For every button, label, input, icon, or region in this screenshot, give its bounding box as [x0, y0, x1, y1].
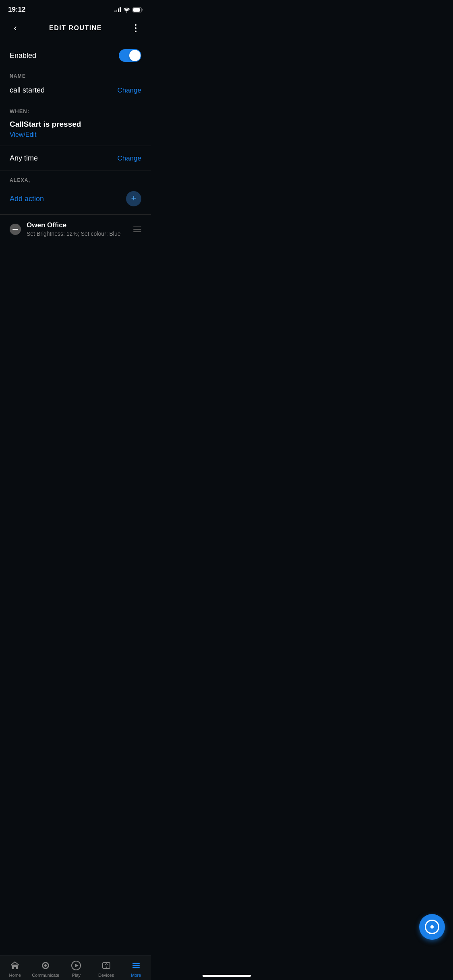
back-chevron-icon: ‹ — [14, 23, 17, 33]
minus-icon — [12, 229, 18, 230]
more-options-button[interactable] — [128, 21, 143, 35]
any-time-row: Any time Change — [10, 146, 141, 171]
main-content: Enabled NAME call started Change WHEN: C… — [0, 42, 151, 243]
table-row: Owen Office Set Brightness: 12%; Set col… — [10, 215, 141, 243]
name-row: call started Change — [10, 84, 141, 103]
action-info: Owen Office Set Brightness: 12%; Set col… — [27, 221, 128, 237]
action-description: Set Brightness: 12%; Set colour: Blue — [27, 231, 128, 237]
status-icons — [114, 7, 143, 12]
name-section-label: NAME — [10, 69, 141, 84]
signal-icon — [114, 7, 121, 12]
toggle-knob — [129, 50, 141, 61]
svg-point-0 — [126, 11, 127, 12]
routine-name: call started — [10, 86, 45, 95]
status-bar: 19:12 — [0, 0, 151, 17]
wifi-icon — [123, 7, 130, 12]
trigger-text: CallStart is pressed — [10, 120, 141, 131]
enabled-toggle[interactable] — [119, 49, 141, 62]
add-action-row: Add action + — [10, 191, 141, 214]
back-button[interactable]: ‹ — [8, 21, 23, 35]
time-change-button[interactable]: Change — [117, 154, 141, 163]
status-time: 19:12 — [8, 6, 25, 14]
view-edit-link[interactable]: View/Edit — [10, 131, 141, 146]
add-action-button[interactable]: Add action — [10, 195, 44, 203]
alexa-label: ALEXA, — [10, 177, 141, 191]
enabled-label: Enabled — [10, 51, 36, 60]
name-change-button[interactable]: Change — [117, 86, 141, 95]
page-title: EDIT ROUTINE — [49, 25, 102, 32]
when-label: WHEN: — [10, 108, 141, 120]
svg-rect-2 — [133, 8, 140, 12]
alexa-section: ALEXA, Add action + — [10, 171, 141, 214]
more-dots-icon — [135, 24, 137, 32]
page-header: ‹ EDIT ROUTINE — [0, 17, 151, 42]
any-time-label: Any time — [10, 154, 38, 163]
add-action-circle-button[interactable]: + — [126, 191, 141, 206]
when-section: WHEN: CallStart is pressed View/Edit — [10, 103, 141, 146]
battery-icon — [132, 7, 143, 12]
remove-action-button[interactable] — [10, 224, 21, 235]
enabled-row: Enabled — [10, 42, 141, 69]
action-name: Owen Office — [27, 221, 128, 231]
plus-icon: + — [131, 194, 137, 203]
drag-handle[interactable] — [133, 226, 141, 232]
